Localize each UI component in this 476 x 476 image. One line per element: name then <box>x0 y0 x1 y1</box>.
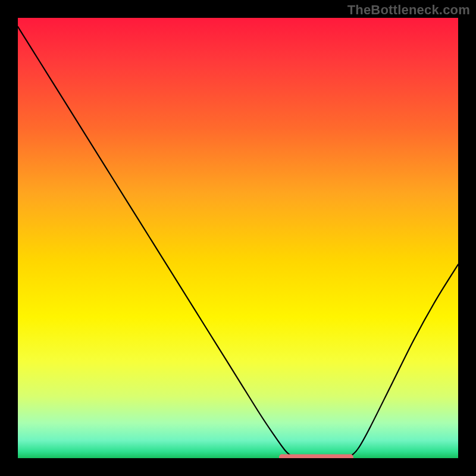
heatmap-background <box>18 18 458 458</box>
bottleneck-plot <box>18 18 458 458</box>
chart-frame: TheBottleneck.com <box>0 0 476 476</box>
optimal-range-marker <box>279 455 353 458</box>
watermark-text: TheBottleneck.com <box>347 2 470 18</box>
